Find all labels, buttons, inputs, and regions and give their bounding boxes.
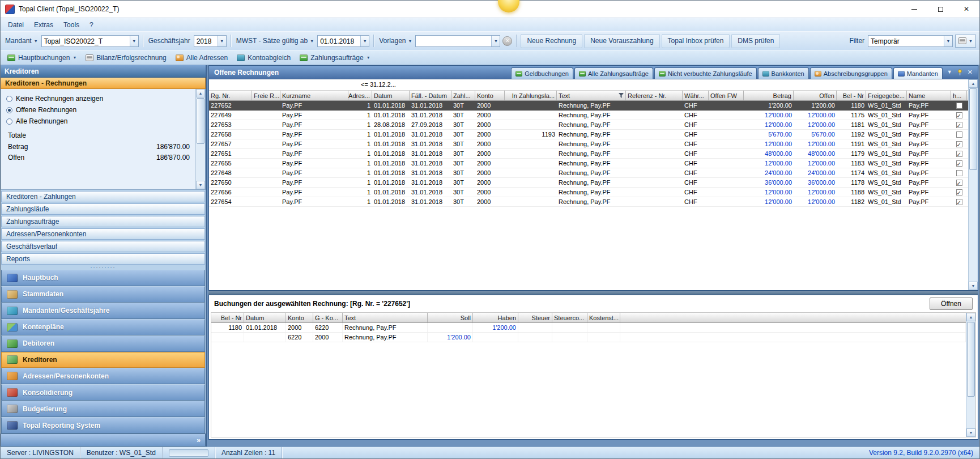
radio-option-offene-rechnungen[interactable]: Offene Rechnungen [5, 104, 194, 116]
geschaeftsjahr-select[interactable]: 2018▼ [194, 35, 227, 47]
menu-item-datei[interactable]: Datei [3, 19, 29, 31]
row-checkbox[interactable] [956, 170, 962, 176]
close-panel-icon[interactable]: ✕ [968, 69, 973, 75]
invoice-row-227658[interactable]: 227658Pay.PF101.01.201831.01.201830T2000… [209, 130, 968, 139]
scroll-up-icon[interactable]: ▲ [196, 89, 205, 97]
due-date-filter-value[interactable]: <= 31.12.2... [361, 81, 396, 88]
scroll-track[interactable] [969, 88, 978, 282]
mwst-label[interactable]: MWST - Sätze gültig ab▼ [235, 37, 315, 45]
booking-column-soll[interactable]: Soll [428, 313, 473, 322]
column-header-offen-fw[interactable]: Offen FW [709, 91, 744, 100]
menu-item-extras[interactable]: Extras [29, 19, 58, 31]
nav-item-mandanten-geschäftsjahre[interactable]: Mandanten/Geschäftsjahre [1, 303, 205, 319]
sidebar-splitter[interactable]: ········· [1, 265, 206, 270]
booking-column-datum[interactable]: Datum [244, 313, 286, 322]
chevron-down-icon[interactable]: ▼ [130, 36, 138, 46]
invoice-row-227656[interactable]: 227656Pay.PF101.01.201831.01.201830T2000… [209, 188, 968, 197]
scroll-track[interactable] [966, 321, 975, 428]
pin-icon[interactable] [957, 69, 963, 76]
row-checkbox[interactable] [956, 103, 962, 109]
grid-filter-row[interactable]: <= 31.12.2... [209, 79, 968, 91]
column-header-text[interactable]: Text [557, 91, 626, 100]
booking-column-bel-nr[interactable]: Bel - Nr [211, 313, 244, 322]
row-checkbox[interactable] [956, 141, 962, 147]
topal-inbox-prüfen-button[interactable]: Topal Inbox prüfen [662, 34, 730, 48]
zahlungsaufträge-button[interactable]: Zahlungsaufträge▼ [296, 52, 374, 63]
invoice-row-227650[interactable]: 227650Pay.PF101.01.201831.01.201830T2000… [209, 178, 968, 188]
nav-item-kreditoren[interactable]: Kreditoren [1, 352, 205, 368]
filter-select[interactable]: Temporär▼ [868, 35, 953, 47]
column-header-währ[interactable]: Währ... [683, 91, 709, 100]
booking-column-haben[interactable]: Haben [473, 313, 518, 322]
column-header-betrag[interactable]: Betrag [744, 91, 794, 100]
chevron-down-icon[interactable]: ▼ [944, 36, 952, 46]
column-header-zahl[interactable]: Zahl... [451, 91, 475, 100]
chevron-down-icon[interactable]: ▼ [73, 56, 76, 60]
hauptbuchungen-button[interactable]: Hauptbuchungen▼ [3, 52, 80, 63]
scroll-down-icon[interactable]: ▼ [966, 428, 975, 437]
sidebar-section-zahlungsläufe[interactable]: Zahlungsläufe [1, 203, 205, 215]
open-button[interactable]: Öffnen [930, 298, 973, 310]
sidebar-section-reports[interactable]: Reports [1, 253, 205, 265]
row-checkbox[interactable] [956, 199, 962, 205]
mwst-date-select[interactable]: 01.01.2018▼ [317, 35, 369, 47]
booking-column-steuerco[interactable]: Steuerco... [552, 313, 587, 322]
row-checkbox[interactable] [956, 151, 962, 157]
scroll-down-icon[interactable]: ▼ [969, 282, 978, 290]
invoice-row-227648[interactable]: 227648Pay.PF101.01.201831.01.201830T2000… [209, 168, 968, 178]
tab-geldbuchungen[interactable]: Geldbuchungen [511, 67, 573, 79]
booking-column-steuer[interactable]: Steuer [518, 313, 552, 322]
menu-item-help[interactable]: ? [84, 19, 99, 31]
column-header-freie-r[interactable]: Freie R... [252, 91, 280, 100]
booking-column-konto[interactable]: Konto [286, 313, 313, 322]
vorlagen-select[interactable]: ▼ [415, 35, 500, 47]
clear-vorlagen-button[interactable]: ✕ [502, 36, 512, 46]
scroll-thumb[interactable] [197, 98, 204, 144]
tab-abschreibungsgruppen[interactable]: Abschreibungsgruppen [810, 67, 892, 79]
chevron-down-icon[interactable]: ▼ [367, 56, 370, 60]
scroll-track[interactable] [196, 97, 205, 181]
collapse-chevron-icon[interactable]: » [197, 436, 201, 444]
scroll-thumb[interactable] [967, 322, 975, 397]
document-menu-button[interactable]: ▼ [955, 35, 976, 48]
booking-column-text[interactable]: Text [343, 313, 428, 322]
vorlagen-label[interactable]: Vorlagen▼ [378, 37, 413, 45]
bilanz-erfolgsrechnung-button[interactable]: Bilanz/Erfolgsrechnung [82, 52, 170, 63]
tab-alle-zahlungsaufträge[interactable]: Alle Zahlungsaufträge [574, 67, 653, 79]
column-header-freigegebe[interactable]: Freigegebe... [866, 91, 907, 100]
row-checkbox[interactable] [956, 189, 962, 196]
sidebar-section-kreditoren-zahlungen[interactable]: Kreditoren - Zahlungen [1, 191, 205, 202]
menu-item-tools[interactable]: Tools [58, 19, 84, 31]
invoice-row-227655[interactable]: 227655Pay.PF101.01.201831.01.201830T2000… [209, 159, 968, 168]
booking-column-g-ko[interactable]: G - Ko... [313, 313, 343, 322]
sidebar-panel-scrollbar[interactable]: ▲ ▼ [195, 89, 205, 189]
scroll-up-icon[interactable]: ▲ [969, 79, 978, 88]
row-checkbox[interactable] [956, 112, 962, 118]
booking-column-kostenst[interactable]: Kostenst... [587, 313, 620, 322]
nav-item-budgetierung[interactable]: Budgetierung [1, 401, 205, 417]
neue-rechnung-button[interactable]: Neue Rechnung [521, 34, 582, 48]
tab-bankkonten[interactable]: Bankkonten [758, 67, 809, 79]
column-header-name[interactable]: Name [907, 91, 951, 100]
scroll-up-icon[interactable]: ▲ [966, 313, 975, 321]
invoice-row-227654[interactable]: 227654Pay.PF101.01.201831.01.201830T2000… [209, 197, 968, 207]
invoice-row-227657[interactable]: 227657Pay.PF101.01.201831.01.201830T2000… [209, 139, 968, 149]
neue-vorauszahlung-button[interactable]: Neue Vorauszahlung [584, 34, 659, 48]
booking-scrollbar[interactable]: ▲ ▼ [966, 313, 975, 437]
tab-mandanten[interactable]: Mandanten [893, 67, 943, 79]
filter-icon[interactable] [617, 93, 624, 98]
column-header-kurzname[interactable]: Kurzname [280, 91, 348, 100]
booking-row[interactable]: 62202000Rechnung, Pay.PF1'200.00 [211, 333, 966, 342]
chevron-down-icon[interactable]: ▼ [947, 70, 952, 75]
sidebar-section-adressen-personenkonten[interactable]: Adressen/Personenkonten [1, 228, 205, 240]
close-button[interactable]: ✕ [953, 1, 979, 18]
invoice-row-227651[interactable]: 227651Pay.PF101.01.201831.01.201830T2000… [209, 149, 968, 159]
sidebar-section-kreditoren-rechnungen[interactable]: Kreditoren - Rechnungen [1, 78, 206, 89]
column-header-offen[interactable]: Offen [794, 91, 837, 100]
column-header-bel-nr[interactable]: Bel - Nr [837, 91, 866, 100]
invoice-row-227649[interactable]: 227649Pay.PF101.01.201831.01.201830T2000… [209, 110, 968, 120]
radio-option-keine-rechnungen-anzeigen[interactable]: Keine Rechnungen anzeigen [5, 93, 194, 104]
nav-item-hauptbuch[interactable]: Hauptbuch [1, 270, 205, 286]
sidebar-section-zahlungsaufträge[interactable]: Zahlungsaufträge [1, 216, 205, 227]
booking-row[interactable]: 118001.01.201820006220Rechnung, Pay.PF1'… [211, 323, 966, 333]
